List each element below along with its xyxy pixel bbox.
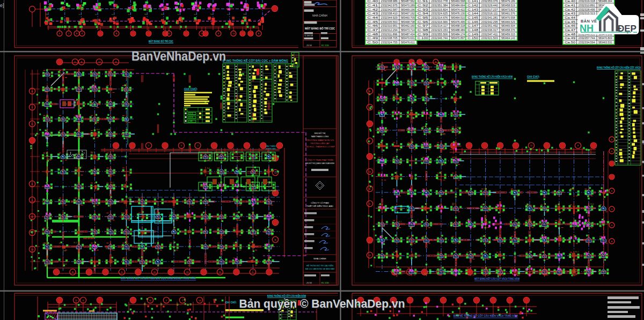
svg-text:8x1: 8x1 [207,167,210,169]
svg-text:NHÀ CHÍNH: NHÀ CHÍNH [312,14,327,17]
svg-text:C.46: C.46 [367,24,378,27]
svg-text:Đ-2: Đ-2 [234,229,237,231]
svg-text:Đk4: Đk4 [425,160,428,162]
svg-text:Đk4: Đk4 [528,273,531,275]
svg-text:Đ-2: Đ-2 [436,269,439,271]
svg-text:MẶT BẰNG BỐ TRÍ ĐÀI KÈM ĐÀI CỌ: MẶT BẰNG BỐ TRÍ ĐÀI KÈM ĐÀI CỌC DẦM MÓNG… [121,276,196,280]
svg-text:Đk4: Đk4 [128,197,131,199]
svg-text:583470.897: 583470.897 [451,36,465,40]
svg-text:2332344.929: 2332344.929 [381,16,398,19]
svg-text:2332311.896: 2332311.896 [381,33,398,36]
svg-text:C.92: C.92 [418,4,428,7]
svg-text:583462.160: 583462.160 [401,24,415,27]
svg-text:Ca.50: Ca.50 [565,41,575,44]
svg-text:C.149: C.149 [467,33,478,36]
svg-text:Ca.46: Ca.46 [565,24,575,27]
svg-text:2332342.295: 2332342.295 [481,20,498,24]
svg-text:8x1: 8x1 [511,189,514,191]
svg-text:BỐ TRÍ SAU: BỐ TRÍ SAU [266,147,276,150]
svg-text:Đk-1: Đk-1 [201,185,205,187]
svg-text:C.150: C.150 [467,36,478,40]
svg-text:Đ-2: Đ-2 [111,182,114,184]
svg-text:Đ-2: Đ-2 [382,225,385,227]
svg-text:583484.664: 583484.664 [451,4,465,7]
svg-text:583479.189: 583479.189 [501,0,515,3]
svg-text:Đk4: Đk4 [63,250,66,252]
svg-text:583459.315: 583459.315 [501,33,515,36]
svg-text:2332341.281: 2332341.281 [481,16,498,19]
svg-text:583476.495: 583476.495 [451,20,465,24]
svg-text:C.145: C.145 [467,16,478,19]
svg-text:11: 11 [149,299,152,302]
svg-text:583467.192: 583467.192 [401,12,415,15]
svg-text:TL KHI VỀ: TL KHI VỀ [304,34,313,37]
svg-text:Đk-1: Đk-1 [76,133,79,136]
svg-text:2332316.966: 2332316.966 [431,20,448,24]
svg-text:Đk-1: Đk-1 [575,251,579,253]
svg-text:583469.196: 583469.196 [401,8,415,11]
svg-text:Đ-2: Đ-2 [218,182,222,184]
svg-text:B: B [369,90,371,93]
svg-text:Đk4: Đk4 [603,270,606,272]
svg-text:Đk4: Đk4 [573,205,576,207]
svg-text:2332314.117: 2332314.117 [431,24,448,27]
svg-text:Đk-1: Đk-1 [48,158,52,160]
svg-text:C.45: C.45 [367,20,378,24]
svg-text:Đk4: Đk4 [60,217,63,219]
svg-text:D: D [74,61,76,63]
svg-text:BẢN VẼ THỐNG KÊ CỐT CẤU KIỆN V: BẢN VẼ THỐNG KÊ CỐT CẤU KIỆN VÁCH TẦNG H… [453,314,518,317]
svg-text:14: 14 [274,172,277,174]
svg-text:Đk-1: Đk-1 [79,233,83,235]
svg-text:NHÀ CHÍNH: NHÀ CHÍNH [313,257,326,260]
svg-text:D: D [611,138,612,141]
svg-text:Đk4: Đk4 [393,95,396,98]
svg-text:6b: 6b [144,13,147,16]
svg-text:Ca.43: Ca.43 [565,12,575,15]
svg-text:2332338.410: 2332338.410 [381,12,398,15]
svg-text:2332316.111: 2332316.111 [481,12,498,15]
svg-text:C.93: C.93 [418,8,428,11]
svg-text:2332312.294: 2332312.294 [381,28,398,32]
svg-text:8x1: 8x1 [47,263,50,265]
svg-text:Đk4: Đk4 [396,239,399,241]
svg-text:14: 14 [369,170,371,173]
svg-text:B: B [72,271,74,273]
svg-text:Đk4: Đk4 [426,142,429,144]
svg-text:Đ-2: Đ-2 [222,153,225,155]
svg-text:583484.174: 583484.174 [451,33,465,36]
svg-text:TIỂU HỌC - THANH ĐỌC CƠ ĐẸP: TIỂU HỌC - THANH ĐỌC CƠ ĐẸP [305,145,335,148]
svg-text:C.47: C.47 [367,28,378,32]
svg-text:2332353.376: 2332353.376 [481,0,498,3]
svg-text:583486.364: 583486.364 [598,0,612,3]
svg-text:B: B [32,183,33,185]
svg-text:14: 14 [199,299,201,302]
svg-text:Ca.41: Ca.41 [565,4,575,7]
svg-text:TRƯỜNG MẦM NON 1/5: TRƯỜNG MẦM NON 1/5 [306,139,334,142]
svg-text:C.99: C.99 [418,33,428,36]
svg-text:11: 11 [153,271,156,273]
svg-text:8x1: 8x1 [251,245,254,248]
svg-text:11: 11 [186,271,189,273]
svg-text:11: 11 [31,215,34,218]
svg-text:TRƯỜNG LIÊN CẤP: TRƯỜNG LIÊN CẤP [310,142,330,145]
svg-text:Đ-2: Đ-2 [269,228,272,230]
svg-text:C.142: C.142 [467,4,478,7]
svg-text:xx: xx [194,13,196,16]
svg-text:CẦU THANG: CẦU THANG [266,145,276,147]
svg-text:583476.130: 583476.130 [451,12,465,15]
svg-text:2332324.755: 2332324.755 [381,41,398,44]
svg-text:2332346.744: 2332346.744 [431,36,448,40]
svg-text:CÔNG TY CỔ PHẦN: CÔNG TY CỔ PHẦN [311,202,329,204]
svg-text:B: B [258,32,260,35]
svg-text:2332335.563: 2332335.563 [381,20,398,24]
svg-text:e]: e] [0,3,4,8]
svg-text:Đk-1: Đk-1 [452,203,456,205]
svg-text:Đ-2: Đ-2 [123,257,127,259]
svg-text:11: 11 [369,254,371,257]
svg-text:583476.611: 583476.611 [401,41,415,44]
svg-text:BanVeNhaDep.vn: BanVeNhaDep.vn [131,49,226,63]
svg-text:B: B [275,239,276,241]
svg-text:Đ-2: Đ-2 [188,265,192,267]
svg-text:11: 11 [168,32,171,35]
svg-text:Đk-1: Đk-1 [201,231,204,233]
